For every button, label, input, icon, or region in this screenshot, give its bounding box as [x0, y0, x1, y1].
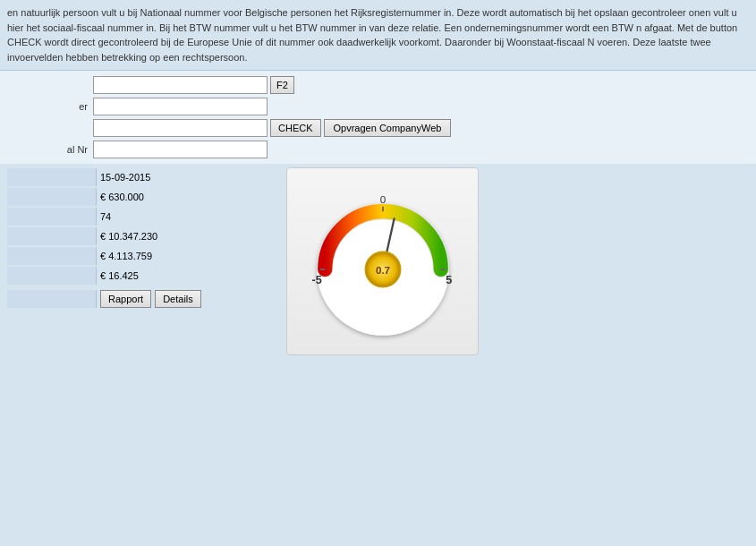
row-label-3	[7, 227, 97, 245]
companyweb-button[interactable]: Opvragen CompanyWeb	[324, 119, 452, 137]
data-row-0: 15-09-2015	[4, 167, 281, 187]
row-value-4: € 4.113.759	[97, 251, 152, 261]
gauge-box: -5 5 0 0.7	[286, 167, 479, 355]
data-row-1: € 630.000	[4, 187, 281, 207]
data-row-3: € 10.347.230	[4, 226, 281, 246]
main-content: 15-09-2015 € 630.000 74 € 10.347.230 € 4…	[0, 164, 756, 359]
field1-input[interactable]: ?	[93, 76, 268, 94]
input-group-1: ? F2	[93, 76, 294, 94]
data-row-2: 74	[4, 207, 281, 226]
form-row-1: ? F2	[0, 74, 756, 96]
form-row-4: al Nr	[0, 139, 756, 160]
gauge-label-min: -5	[311, 274, 321, 286]
rapport-button[interactable]: Rapport	[100, 290, 151, 308]
form-row-2: er	[0, 96, 756, 117]
form-area: ? F2 er 423584152 CHECK Opvragen Company…	[0, 71, 756, 164]
label-al-nr: al Nr	[4, 144, 93, 155]
info-text: en natuurlijk persoon vult u bij Nationa…	[0, 0, 756, 71]
row-label-2	[7, 208, 97, 226]
row-value-0: 15-09-2015	[97, 172, 150, 183]
row-label-0	[7, 168, 97, 186]
check-button[interactable]: CHECK	[270, 119, 321, 137]
input-group-3: 423584152 CHECK Opvragen CompanyWeb	[93, 119, 451, 137]
row-label-5	[7, 267, 97, 285]
form-row-3: 423584152 CHECK Opvragen CompanyWeb	[0, 117, 756, 139]
gauge-label-max: 5	[446, 274, 452, 286]
gauge-svg: -5 5 0 0.7	[302, 181, 463, 342]
data-table: 15-09-2015 € 630.000 74 € 10.347.230 € 4…	[4, 167, 281, 355]
row-value-1: € 630.000	[97, 192, 144, 202]
field4-input[interactable]	[93, 141, 268, 158]
row-value-5: € 16.425	[97, 270, 139, 281]
label-er: er	[4, 101, 93, 112]
gauge-label-zero: 0	[379, 193, 386, 205]
btn-label-spacer	[7, 290, 97, 308]
row-value-2: 74	[97, 211, 111, 222]
details-button[interactable]: Details	[155, 290, 201, 308]
gauge-value: 0.7	[375, 264, 389, 276]
f2-button[interactable]: F2	[270, 76, 294, 94]
field2-input[interactable]	[93, 98, 268, 115]
action-buttons-row: Rapport Details	[4, 289, 281, 309]
row-label-1	[7, 188, 97, 206]
data-row-5: € 16.425	[4, 266, 281, 286]
gauge-container: -5 5 0 0.7	[286, 167, 479, 355]
field3-input[interactable]: 423584152	[93, 119, 268, 137]
row-value-3: € 10.347.230	[97, 231, 157, 242]
data-row-4: € 4.113.759	[4, 246, 281, 266]
row-label-4	[7, 247, 97, 265]
